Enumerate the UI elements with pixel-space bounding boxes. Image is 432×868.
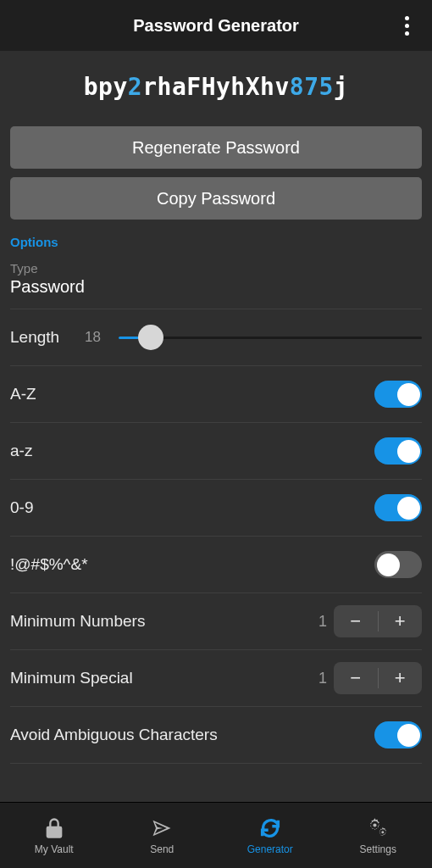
digits-row: 0-9 — [10, 480, 422, 536]
lock-icon — [42, 816, 66, 840]
min-numbers-minus-button[interactable]: − — [334, 605, 378, 637]
avoid-ambiguous-row: Avoid Ambiguous Characters — [10, 707, 422, 763]
avoid-ambiguous-label: Avoid Ambiguous Characters — [10, 726, 374, 744]
uppercase-toggle[interactable] — [374, 381, 422, 408]
type-label: Type — [10, 261, 422, 275]
tab-send[interactable]: Send — [108, 803, 217, 868]
min-numbers-stepper: − + — [334, 605, 422, 637]
send-icon — [150, 816, 174, 840]
plus-icon: + — [395, 610, 406, 632]
special-row: !@#$%^&* — [10, 537, 422, 593]
regenerate-button[interactable]: Regenerate Password — [10, 126, 422, 169]
more-menu-button[interactable] — [391, 10, 422, 41]
min-special-minus-button[interactable]: − — [334, 662, 378, 694]
minus-icon: − — [350, 610, 361, 632]
uppercase-label: A-Z — [10, 385, 374, 403]
app-header: Password Generator — [0, 0, 432, 51]
tab-generator[interactable]: Generator — [216, 803, 324, 868]
length-label: Length — [10, 328, 85, 347]
copy-password-button[interactable]: Copy Password — [10, 177, 422, 220]
lowercase-row: a-z — [10, 423, 422, 479]
length-row: Length 18 — [10, 309, 422, 365]
lowercase-toggle[interactable] — [374, 437, 422, 465]
min-special-stepper: − + — [334, 662, 422, 694]
length-slider[interactable] — [119, 325, 422, 350]
options-section-header: Options — [10, 228, 422, 261]
tab-label: My Vault — [35, 843, 74, 855]
uppercase-row: A-Z — [10, 366, 422, 422]
digits-toggle[interactable] — [374, 494, 422, 521]
min-special-value: 1 — [312, 670, 334, 687]
digits-label: 0-9 — [10, 498, 374, 517]
special-label: !@#$%^&* — [10, 555, 374, 574]
type-select[interactable]: Password — [10, 275, 422, 309]
min-numbers-row: Minimum Numbers 1 − + — [10, 593, 422, 649]
divider — [10, 763, 422, 764]
plus-icon: + — [395, 667, 406, 689]
tab-label: Send — [150, 843, 174, 855]
tab-my-vault[interactable]: My Vault — [0, 803, 108, 868]
length-value: 18 — [85, 329, 119, 346]
gears-icon — [366, 816, 390, 840]
min-numbers-plus-button[interactable]: + — [379, 605, 423, 637]
min-special-label: Minimum Special — [10, 669, 312, 687]
refresh-icon — [258, 816, 282, 840]
min-special-row: Minimum Special 1 − + — [10, 650, 422, 706]
tab-settings[interactable]: Settings — [324, 803, 433, 868]
minus-icon: − — [350, 667, 361, 689]
min-special-plus-button[interactable]: + — [379, 662, 423, 694]
bottom-tab-bar: My Vault Send Generator Settings — [0, 802, 432, 868]
min-numbers-value: 1 — [312, 613, 334, 631]
generated-password: bpy2rhaFHyhXhv875j — [0, 51, 432, 126]
avoid-ambiguous-toggle[interactable] — [374, 721, 422, 748]
more-vertical-icon — [405, 14, 409, 37]
page-title: Password Generator — [133, 16, 299, 36]
lowercase-label: a-z — [10, 442, 374, 460]
special-toggle[interactable] — [374, 551, 422, 578]
tab-label: Settings — [360, 843, 396, 855]
min-numbers-label: Minimum Numbers — [10, 612, 312, 631]
tab-label: Generator — [247, 843, 293, 855]
